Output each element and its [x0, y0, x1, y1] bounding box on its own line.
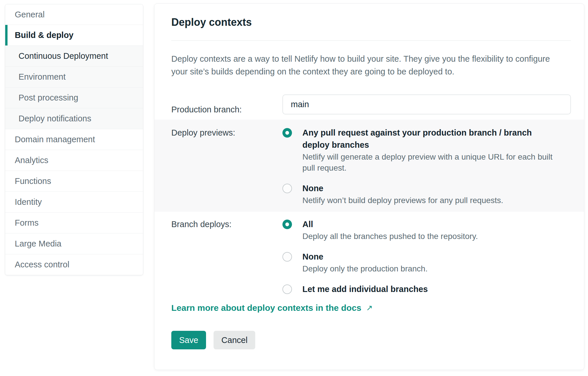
- branch-deploys-section: Branch deploys: All Deploy all the branc…: [171, 218, 571, 295]
- production-branch-input[interactable]: [282, 94, 571, 114]
- branch-deploys-option-none: None Deploy only the production branch.: [282, 251, 560, 274]
- option-text: Any pull request against your production…: [302, 127, 560, 174]
- sidebar-item-domain-management[interactable]: Domain management: [5, 129, 143, 150]
- branch-deploys-option-individual: Let me add individual branches: [282, 283, 560, 295]
- sidebar-item-access-control[interactable]: Access control: [5, 254, 143, 275]
- deploy-previews-none-radio[interactable]: [282, 184, 292, 193]
- option-label[interactable]: Any pull request against your production…: [302, 127, 560, 151]
- option-text: All Deploy all the branches pushed to th…: [302, 218, 478, 242]
- external-link-arrow-icon: ↗: [366, 304, 373, 312]
- sidebar-item-general[interactable]: General: [5, 4, 143, 25]
- docs-link[interactable]: Learn more about deploy contexts in the …: [171, 303, 373, 313]
- branch-deploys-none-radio[interactable]: [282, 252, 292, 262]
- form-actions: Save Cancel: [171, 331, 571, 349]
- option-text: Let me add individual branches: [302, 283, 428, 295]
- sidebar-item-post-processing[interactable]: Post processing: [5, 87, 143, 108]
- deploy-contexts-card: Deploy contexts Deploy contexts are a wa…: [154, 3, 584, 370]
- deploy-previews-any-pr-radio[interactable]: [282, 128, 292, 138]
- option-label[interactable]: None: [302, 251, 428, 263]
- option-description: Netlify won’t build deploy previews for …: [302, 195, 503, 206]
- cancel-button[interactable]: Cancel: [214, 331, 255, 349]
- option-label[interactable]: None: [302, 182, 503, 194]
- sidebar-item-deploy-notifications[interactable]: Deploy notifications: [5, 108, 143, 129]
- branch-deploys-individual-radio[interactable]: [282, 284, 292, 294]
- option-description: Deploy all the branches pushed to the re…: [302, 231, 478, 242]
- deploy-contexts-description: Deploy contexts are a way to tell Netlif…: [171, 52, 562, 78]
- option-description: Deploy only the production branch.: [302, 263, 428, 274]
- save-button[interactable]: Save: [171, 331, 206, 349]
- branch-deploys-label: Branch deploys:: [171, 218, 282, 295]
- production-branch-label: Production branch:: [171, 94, 282, 114]
- title-divider: [171, 40, 571, 41]
- deploy-previews-option-any-pr: Any pull request against your production…: [282, 127, 560, 174]
- sidebar-item-continuous-deployment[interactable]: Continuous Deployment: [5, 45, 143, 66]
- option-description: Netlify will generate a deploy preview w…: [302, 152, 560, 174]
- sidebar-item-large-media[interactable]: Large Media: [5, 233, 143, 254]
- deploy-previews-label: Deploy previews:: [171, 127, 282, 206]
- settings-sidebar: General Build & deploy Continuous Deploy…: [5, 4, 143, 275]
- deploy-previews-section: Deploy previews: Any pull request agains…: [155, 120, 584, 212]
- branch-deploys-all-radio[interactable]: [282, 220, 292, 229]
- page-title: Deploy contexts: [171, 17, 571, 28]
- sidebar-item-forms[interactable]: Forms: [5, 212, 143, 233]
- production-branch-row: Production branch:: [171, 94, 571, 114]
- deploy-previews-option-none: None Netlify won’t build deploy previews…: [282, 182, 560, 206]
- sidebar-item-environment[interactable]: Environment: [5, 66, 143, 87]
- branch-deploys-option-all: All Deploy all the branches pushed to th…: [282, 218, 560, 242]
- option-label[interactable]: All: [302, 218, 478, 230]
- sidebar-item-functions[interactable]: Functions: [5, 171, 143, 191]
- sidebar-item-build-deploy[interactable]: Build & deploy: [5, 25, 143, 45]
- sidebar-item-analytics[interactable]: Analytics: [5, 150, 143, 171]
- docs-link-label[interactable]: Learn more about deploy contexts in the …: [171, 303, 361, 313]
- option-label[interactable]: Let me add individual branches: [302, 283, 428, 295]
- branch-deploys-options: All Deploy all the branches pushed to th…: [282, 218, 560, 295]
- sidebar-item-identity[interactable]: Identity: [5, 191, 143, 212]
- option-text: None Netlify won’t build deploy previews…: [302, 182, 503, 206]
- deploy-previews-options: Any pull request against your production…: [282, 127, 560, 206]
- option-text: None Deploy only the production branch.: [302, 251, 428, 274]
